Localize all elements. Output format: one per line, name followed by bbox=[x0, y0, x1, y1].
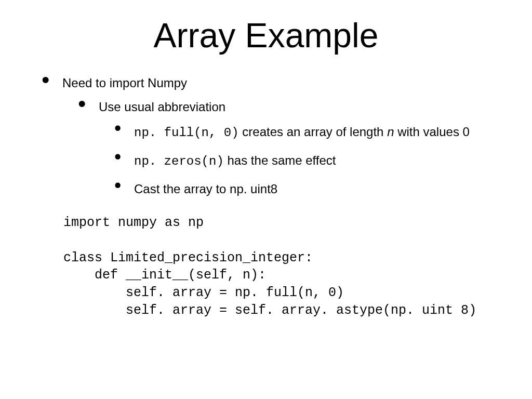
bullet-need-import: Need to import Numpy Use usual abbreviat… bbox=[42, 76, 506, 196]
bullet-text: creates an array of length bbox=[239, 125, 388, 139]
code-block: import numpy as np class Limited_precisi… bbox=[63, 214, 506, 320]
slide-title: Array Example bbox=[26, 16, 506, 55]
code-inline: np. full(n, 0) bbox=[134, 126, 239, 140]
bullet-np-zeros: np. zeros(n) has the same effect bbox=[114, 153, 506, 168]
bullet-list-level-1: Need to import Numpy Use usual abbreviat… bbox=[42, 76, 506, 196]
bullet-list-level-3: np. full(n, 0) creates an array of lengt… bbox=[114, 125, 506, 196]
bullet-np-full: np. full(n, 0) creates an array of lengt… bbox=[114, 125, 506, 140]
bullet-text: with values 0 bbox=[394, 125, 470, 139]
bullet-text: Use usual abbreviation bbox=[99, 100, 225, 114]
slide: Array Example Need to import Numpy Use u… bbox=[0, 0, 532, 399]
bullet-text: Cast the array to np. uint8 bbox=[134, 182, 277, 196]
bullet-list-level-2: Use usual abbreviation np. full(n, 0) cr… bbox=[78, 100, 506, 196]
em-text: n bbox=[387, 125, 394, 139]
code-inline: np. zeros(n) bbox=[134, 154, 224, 168]
bullet-text: Need to import Numpy bbox=[62, 76, 187, 90]
bullet-use-abbrev: Use usual abbreviation np. full(n, 0) cr… bbox=[78, 100, 506, 196]
bullet-text: has the same effect bbox=[224, 153, 336, 167]
bullet-cast-uint8: Cast the array to np. uint8 bbox=[114, 182, 506, 196]
